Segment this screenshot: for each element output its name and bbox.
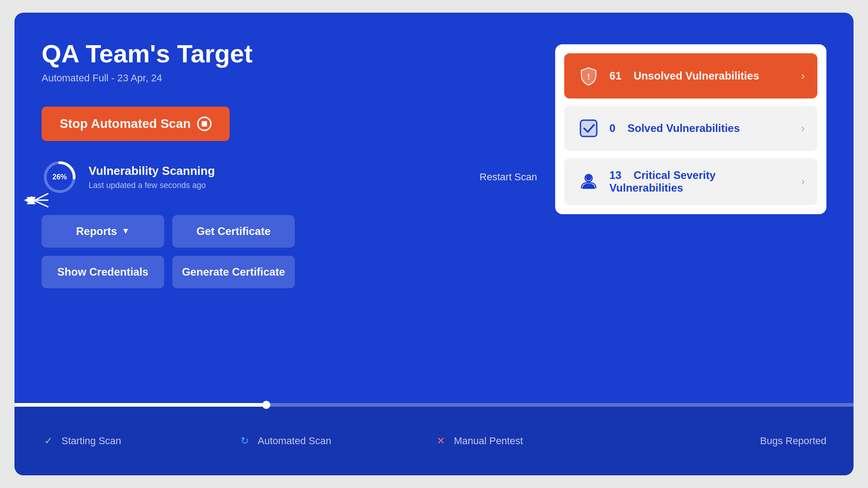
stop-scan-label: Stop Automated Scan bbox=[60, 117, 191, 131]
generate-certificate-label: Generate Certificate bbox=[182, 266, 285, 278]
spinner-icon: ↻ bbox=[238, 435, 251, 447]
progress-percentage: 26% bbox=[52, 173, 67, 181]
show-credentials-button[interactable]: Show Credentials bbox=[42, 256, 164, 288]
progress-bar-thumb bbox=[262, 401, 270, 409]
chevron-down-icon: ▼ bbox=[122, 226, 130, 236]
reports-button[interactable]: Reports ▼ bbox=[42, 215, 164, 248]
shield-warning-icon: ! bbox=[577, 64, 600, 88]
page-title: QA Team's Target bbox=[42, 40, 537, 68]
scan-status-row: 26% Vulnerability Scanning Last updated … bbox=[42, 159, 537, 195]
solved-vuln-label: 0 Solved Vulnerabilities bbox=[609, 122, 792, 135]
starting-scan-label: Starting Scan bbox=[61, 435, 121, 447]
critical-chevron-icon: › bbox=[801, 175, 805, 188]
svg-line-3 bbox=[30, 199, 48, 207]
scan-info: Vulnerability Scanning Last updated a fe… bbox=[89, 164, 464, 190]
action-buttons: Reports ▼ Get Certificate Show Credentia… bbox=[42, 215, 295, 288]
step-automated-scan: ↻ Automated Scan bbox=[238, 435, 434, 447]
generate-certificate-button[interactable]: Generate Certificate bbox=[172, 256, 295, 288]
progress-bar-fill bbox=[14, 403, 266, 407]
automated-scan-label: Automated Scan bbox=[258, 435, 331, 447]
step-starting-scan: ✓ Starting Scan bbox=[42, 435, 238, 447]
checkbox-check-icon bbox=[577, 117, 600, 140]
progress-circle: 26% bbox=[42, 159, 78, 195]
person-critical-icon bbox=[577, 170, 600, 193]
unsolved-vuln-label: 61 Unsolved Vulnerabilities bbox=[609, 70, 792, 82]
stop-scan-button[interactable]: Stop Automated Scan bbox=[42, 107, 230, 141]
stop-icon bbox=[197, 117, 212, 131]
solved-vuln-card[interactable]: 0 Solved Vulnerabilities › bbox=[564, 106, 817, 151]
progress-bar-track bbox=[14, 403, 854, 407]
unsolved-chevron-icon: › bbox=[801, 70, 805, 82]
step-bugs-reported: Bugs Reported bbox=[630, 435, 826, 447]
svg-rect-7 bbox=[580, 120, 597, 136]
stop-icon-inner bbox=[202, 121, 207, 127]
step-manual-pentest: ✕ Manual Pentest bbox=[434, 435, 630, 447]
manual-pentest-label: Manual Pentest bbox=[454, 435, 523, 447]
restart-scan-link[interactable]: Restart Scan bbox=[480, 171, 537, 183]
bottom-area: ✓ Starting Scan ↻ Automated Scan ✕ Manua… bbox=[14, 403, 854, 475]
scan-title: Vulnerability Scanning bbox=[89, 164, 464, 178]
right-panel: ! 61 Unsolved Vulnerabilities › bbox=[555, 44, 826, 214]
check-icon: ✓ bbox=[42, 435, 55, 447]
page-subtitle: Automated Full - 23 Apr, 24 bbox=[42, 72, 537, 84]
svg-point-10 bbox=[586, 175, 591, 180]
show-credentials-label: Show Credentials bbox=[57, 266, 148, 278]
bottom-steps: ✓ Starting Scan ↻ Automated Scan ✕ Manua… bbox=[14, 407, 854, 475]
content-area: QA Team's Target Automated Full - 23 Apr… bbox=[14, 13, 854, 403]
critical-vuln-card[interactable]: 13 Critical Severity Vulnerabilities › bbox=[564, 158, 817, 205]
main-card: QA Team's Target Automated Full - 23 Apr… bbox=[14, 13, 854, 475]
solved-chevron-icon: › bbox=[801, 122, 805, 135]
unsolved-vuln-card[interactable]: ! 61 Unsolved Vulnerabilities › bbox=[564, 53, 817, 99]
get-certificate-button[interactable]: Get Certificate bbox=[172, 215, 295, 248]
reports-label: Reports bbox=[76, 225, 117, 238]
scan-updated-text: Last updated a few seconds ago bbox=[89, 181, 464, 190]
get-certificate-label: Get Certificate bbox=[196, 225, 270, 238]
bugs-reported-label: Bugs Reported bbox=[760, 435, 826, 447]
critical-vuln-label: 13 Critical Severity Vulnerabilities bbox=[609, 169, 792, 194]
svg-text:!: ! bbox=[587, 72, 590, 81]
left-panel: QA Team's Target Automated Full - 23 Apr… bbox=[42, 40, 555, 403]
cross-icon: ✕ bbox=[434, 435, 448, 447]
